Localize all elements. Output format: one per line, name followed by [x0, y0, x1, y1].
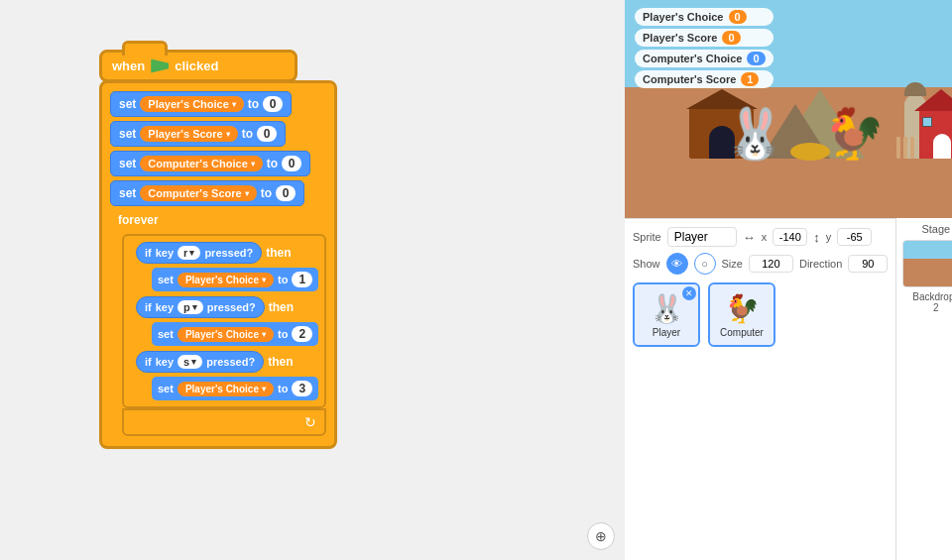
player-sprite-emoji: 🐰 — [650, 292, 684, 325]
var-player-score[interactable]: Player's Score ▾ — [140, 126, 237, 142]
val-4: 0 — [276, 185, 296, 201]
badge-label-1: Player's Choice — [643, 11, 724, 23]
stage-thumbnail[interactable] — [902, 240, 952, 287]
sprite-thumb-computer[interactable]: 🐓 Computer — [708, 282, 775, 347]
var-choice-p[interactable]: Player's Choice ▾ — [178, 327, 274, 342]
badge-val-2: 0 — [722, 31, 740, 45]
var-badge-player-score: Player's Score 0 — [635, 29, 774, 47]
val-3: 0 — [282, 156, 301, 171]
hat-block[interactable]: when clicked — [99, 50, 298, 82]
if-header-r: if key r ▾ pressed? then — [136, 242, 318, 264]
forever-body: if key r ▾ pressed? then — [122, 234, 326, 408]
if-header-p: if key p ▾ pressed? then — [136, 296, 318, 318]
show-row: Show 👁 ○ Size Direction — [633, 253, 888, 275]
set-block-3[interactable]: set Computer's Choice ▾ to 0 — [110, 151, 310, 176]
direction-input[interactable] — [848, 255, 888, 273]
to-label-4: to — [261, 186, 272, 200]
var-player-choice-1[interactable]: Player's Choice ▾ — [140, 96, 244, 112]
to-label-2: to — [242, 127, 253, 141]
when-label: when — [112, 58, 145, 73]
forever-label: forever — [110, 210, 167, 230]
set-inner-p[interactable]: set Player's Choice ▾ to 2 — [152, 322, 318, 346]
condition-s[interactable]: if key s ▾ pressed? — [136, 351, 264, 373]
updown-icon: ↕ — [813, 230, 820, 245]
backdrops-count: 2 — [933, 302, 939, 313]
condition-r[interactable]: if key r ▾ pressed? — [136, 242, 262, 264]
set-label-2: set — [119, 127, 136, 141]
stage-area: Player's Choice 0 Player's Score 0 Compu… — [625, 0, 952, 218]
computer-sprite-emoji: 🐓 — [725, 292, 760, 325]
if-block-r: if key r ▾ pressed? then — [136, 242, 318, 291]
var-choice-s[interactable]: Player's Choice ▾ — [178, 382, 274, 396]
var-badge-player-choice: Player's Choice 0 — [635, 8, 774, 26]
val-2: 0 — [257, 126, 277, 142]
dropdown-arrow-2: ▾ — [226, 130, 230, 139]
if-block-s: if key s ▾ pressed? then — [136, 351, 318, 400]
code-area: when clicked set Player's Choice ▾ to 0 — [0, 0, 625, 560]
then-label-s: then — [268, 355, 293, 369]
rooster-sprite: 🐓 — [823, 109, 885, 159]
show-label: Show — [633, 258, 660, 270]
y-input[interactable] — [837, 228, 872, 246]
set-label-4: set — [119, 186, 136, 200]
badge-val-3: 0 — [747, 52, 765, 65]
val-r: 1 — [292, 272, 312, 287]
var-display: Player's Choice 0 Player's Score 0 Compu… — [635, 8, 774, 88]
val-p: 2 — [292, 326, 312, 342]
direction-label: Direction — [799, 258, 842, 270]
set-block-4[interactable]: set Computer's Score ▾ to 0 — [110, 180, 304, 206]
sprite-thumb-player[interactable]: ✕ 🐰 Player — [633, 282, 700, 347]
zoom-button[interactable]: ⊕ — [587, 522, 615, 550]
badge-label-3: Computer's Choice — [643, 53, 742, 64]
hide-button[interactable]: ○ — [694, 253, 716, 275]
dropdown-arrow-3: ▾ — [251, 160, 255, 168]
set-row-4: set Computer's Score ▾ to 0 — [110, 180, 326, 206]
barn — [919, 109, 952, 159]
set-block-2[interactable]: set Player's Score ▾ to 0 — [110, 121, 286, 147]
size-label: Size — [722, 258, 743, 270]
zoom-controls: ⊕ — [587, 522, 615, 550]
forever-section: forever if key r — [110, 210, 326, 436]
outer-block: set Player's Choice ▾ to 0 set Player's … — [99, 80, 337, 449]
badge-val-1: 0 — [729, 10, 747, 24]
set-inner-r[interactable]: set Player's Choice ▾ to 1 — [152, 268, 318, 291]
right-panel: Player's Choice 0 Player's Score 0 Compu… — [625, 0, 952, 560]
to-label-3: to — [267, 157, 278, 170]
var-badge-computer-score: Computer's Score 1 — [635, 70, 774, 88]
clicked-label: clicked — [175, 58, 218, 73]
set-label-3: set — [119, 157, 136, 170]
key-s[interactable]: s ▾ — [178, 355, 202, 369]
var-computer-score[interactable]: Computer's Score ▾ — [140, 185, 256, 201]
then-label-p: then — [269, 300, 294, 314]
val-s: 3 — [292, 381, 312, 396]
sprites-section: Sprite ↔ x ↕ y Show 👁 ○ Size Direction — [625, 218, 895, 560]
x-input[interactable] — [773, 228, 807, 246]
game-canvas: Player's Choice 0 Player's Score 0 Compu… — [625, 0, 952, 218]
size-input[interactable] — [749, 255, 793, 273]
set-row-3: set Computer's Choice ▾ to 0 — [110, 151, 326, 176]
arrows-icon: ↔ — [743, 230, 756, 245]
condition-p[interactable]: if key p ▾ pressed? — [136, 296, 265, 318]
ground — [625, 154, 952, 218]
rabbit-sprite: 🐰 — [724, 109, 785, 159]
key-p[interactable]: p ▾ — [178, 300, 203, 314]
computer-sprite-label: Computer — [720, 327, 764, 338]
set-inner-s[interactable]: set Player's Choice ▾ to 3 — [152, 377, 318, 400]
set-label-1: set — [119, 97, 136, 111]
sprite-label: Sprite — [633, 231, 661, 243]
sprites-list: ✕ 🐰 Player 🐓 Computer — [633, 282, 888, 347]
key-r[interactable]: r ▾ — [178, 246, 200, 260]
set-block-1[interactable]: set Player's Choice ▾ to 0 — [110, 91, 292, 117]
rotate-icon: ↻ — [304, 414, 316, 430]
var-choice-r[interactable]: Player's Choice ▾ — [178, 273, 274, 287]
set-row-1: set Player's Choice ▾ to 0 — [110, 91, 326, 117]
sprite-delete-player[interactable]: ✕ — [682, 286, 696, 300]
var-computer-choice[interactable]: Computer's Choice ▾ — [140, 156, 262, 171]
show-button[interactable]: 👁 — [666, 253, 688, 275]
val-1: 0 — [263, 96, 283, 112]
stage-label: Stage — [921, 223, 950, 235]
sprite-name-input[interactable] — [667, 227, 737, 247]
badge-val-4: 1 — [741, 72, 759, 86]
to-label-1: to — [248, 97, 259, 111]
stage-thumb-bg — [903, 241, 952, 286]
